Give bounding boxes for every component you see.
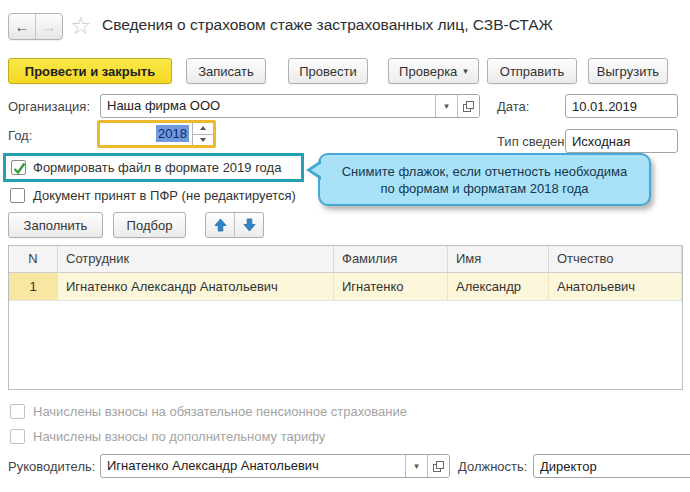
organization-dropdown-button[interactable]: ▾: [435, 95, 457, 117]
pfr-accepted-checkbox[interactable]: [10, 188, 25, 203]
spinner-up-icon: [200, 126, 206, 130]
post-and-close-button[interactable]: Провести и закрыть: [8, 58, 172, 84]
dropdown-caret-icon: ▾: [463, 66, 468, 76]
manager-open-button[interactable]: [427, 455, 449, 477]
organization-open-button[interactable]: [457, 95, 479, 117]
format-2019-highlight-box: Формировать файл в формате 2019 года: [3, 153, 304, 182]
date-input[interactable]: [565, 94, 678, 118]
post-button[interactable]: Провести: [288, 58, 368, 84]
manager-combobox[interactable]: Игнатенко Александр Анатольевич ▾: [100, 454, 450, 478]
export-button[interactable]: Выгрузить: [588, 58, 668, 84]
cell-lastname[interactable]: Игнатенко: [334, 273, 448, 301]
open-form-icon: [463, 101, 474, 112]
forward-arrow-icon: →: [42, 18, 57, 35]
pension-contrib-checkbox: [10, 404, 25, 419]
arrow-up-icon: [214, 218, 227, 232]
additional-tariff-label: Начислены взносы по дополнительному тари…: [33, 429, 325, 444]
info-type-input[interactable]: [565, 129, 678, 153]
year-spinner: [192, 123, 213, 145]
manager-label: Руководитель:: [8, 459, 95, 474]
forward-button[interactable]: →: [36, 14, 62, 39]
check-menu-label: Проверка: [399, 64, 457, 79]
page-title: Сведения о страховом стаже застрахованны…: [102, 16, 553, 34]
additional-tariff-row: Начислены взносы по дополнительному тари…: [10, 429, 325, 444]
position-label: Должность:: [458, 459, 527, 474]
back-arrow-icon: ←: [15, 18, 30, 35]
position-input[interactable]: [533, 454, 690, 478]
pick-button[interactable]: Подбор: [113, 212, 186, 238]
organization-value: Наша фирма ООО: [101, 95, 435, 117]
year-value-area[interactable]: 2018: [100, 123, 192, 145]
spinner-down-icon: [200, 138, 206, 142]
year-decrement-button[interactable]: [193, 134, 213, 146]
arrow-down-icon: [243, 218, 256, 232]
hint-callout: Снимите флажок, если отчетность необходи…: [318, 153, 651, 206]
table-row[interactable]: 1 Игнатенко Александр Анатольевич Игнате…: [9, 273, 682, 301]
year-increment-button[interactable]: [193, 123, 213, 134]
cell-employee[interactable]: Игнатенко Александр Анатольевич: [58, 273, 334, 301]
organization-combobox[interactable]: Наша фирма ООО ▾: [100, 94, 480, 118]
szv-stazh-form-window: ← → ☆ Сведения о страховом стаже застрах…: [0, 0, 690, 492]
check-menu-button[interactable]: Проверка ▾: [388, 58, 479, 84]
callout-text-line1: Снимите флажок, если отчетность необходи…: [342, 163, 628, 180]
column-header-middlename[interactable]: Отчество: [549, 246, 682, 273]
manager-dropdown-button[interactable]: ▾: [405, 455, 427, 477]
send-button[interactable]: Отправить: [487, 58, 577, 84]
save-button[interactable]: Записать: [186, 58, 266, 84]
back-button[interactable]: ←: [9, 14, 36, 39]
checkmark-icon: [12, 161, 27, 176]
year-value: 2018: [156, 125, 189, 142]
history-nav-group: ← →: [8, 13, 63, 40]
pfr-accepted-checkbox-label[interactable]: Документ принят в ПФР (не редактируется): [33, 188, 296, 203]
cell-middlename[interactable]: Анатольевич: [549, 273, 682, 301]
chevron-down-icon: ▾: [414, 461, 419, 471]
open-form-icon: [433, 461, 444, 472]
additional-tariff-checkbox: [10, 429, 25, 444]
pension-contrib-label: Начислены взносы на обязательное пенсион…: [33, 404, 407, 419]
date-label: Дата:: [497, 99, 529, 114]
row-move-group: [205, 212, 264, 238]
organization-label: Организация:: [8, 99, 90, 114]
favorite-star-icon[interactable]: ☆: [70, 13, 92, 39]
column-header-n[interactable]: N: [9, 246, 58, 273]
pfr-accepted-row: Документ принят в ПФР (не редактируется): [10, 188, 296, 203]
cell-firstname[interactable]: Александр: [448, 273, 549, 301]
year-spinner-field[interactable]: 2018: [97, 120, 216, 148]
format-2019-checkbox-label[interactable]: Формировать файл в формате 2019 года: [33, 160, 281, 175]
year-label: Год:: [8, 128, 32, 143]
employees-table: N Сотрудник Фамилия Имя Отчество 1 Игнат…: [8, 245, 683, 390]
callout-text-line2: по формам и форматам 2018 года: [381, 180, 589, 197]
move-row-up-button[interactable]: [206, 213, 235, 237]
pension-contrib-row: Начислены взносы на обязательное пенсион…: [10, 404, 407, 419]
fill-button[interactable]: Заполнить: [8, 212, 103, 238]
chevron-down-icon: ▾: [444, 101, 449, 111]
column-header-employee[interactable]: Сотрудник: [58, 246, 334, 273]
column-header-lastname[interactable]: Фамилия: [334, 246, 448, 273]
column-header-firstname[interactable]: Имя: [448, 246, 549, 273]
table-header-row: N Сотрудник Фамилия Имя Отчество: [9, 246, 682, 273]
cell-row-number[interactable]: 1: [9, 273, 58, 301]
format-2019-checkbox[interactable]: [11, 160, 26, 175]
move-row-down-button[interactable]: [235, 213, 263, 237]
manager-value: Игнатенко Александр Анатольевич: [101, 455, 405, 477]
